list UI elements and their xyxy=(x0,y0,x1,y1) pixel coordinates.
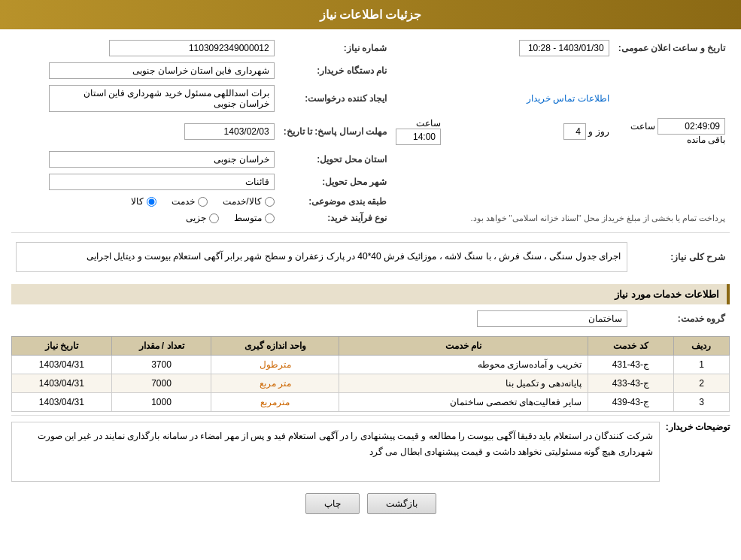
label-description: شرح کلی نیاز: xyxy=(632,236,730,278)
col-qty: تعداد / مقدار xyxy=(111,336,211,355)
label-category: طبقه بندی موضوعی: xyxy=(279,193,391,210)
label-buyer-notes: توضیحات خریدار: xyxy=(666,419,730,432)
info-table-top: تاریخ و ساعت اعلان عمومی: 1403/01/30 - 1… xyxy=(11,37,730,226)
cell-name-0: تخریب و آماده‌سازی محوطه xyxy=(339,355,588,374)
page-title: جزئیات اطلاعات نیاز xyxy=(0,0,741,29)
cell-date-1: 1403/04/31 xyxy=(12,374,112,392)
radio-jozi[interactable]: جزیی xyxy=(186,213,219,223)
description-table: شرح کلی نیاز: اجرای جدول سنگی ، سنگ فرش … xyxy=(11,236,730,278)
buyer-notes-box: شرکت کنندگان در استعلام باید دقیقا آگهی … xyxy=(11,422,660,482)
label-buyer: نام دستگاه خریدار: xyxy=(279,59,391,82)
label-creator: ایجاد کننده درخواست: xyxy=(279,82,391,115)
cell-unit-1: متر مربع xyxy=(211,374,339,392)
days-label: روز و xyxy=(588,126,609,137)
table-row: 1 ج-43-431 تخریب و آماده‌سازی محوطه مترط… xyxy=(12,355,730,374)
remaining-time-box: 02:49:09 xyxy=(657,118,725,135)
label-city: شهر محل تحویل: xyxy=(279,171,391,193)
cell-name-1: پایانه‌دهی و تکمیل بنا xyxy=(339,374,588,392)
radio-kala-input[interactable] xyxy=(147,197,156,207)
deadline-date-box: 1403/02/03 xyxy=(184,123,275,140)
radio-khedmat[interactable]: خدمت xyxy=(172,196,208,207)
cell-name-2: سایر فعالیت‌های تخصصی ساختمان xyxy=(339,392,588,411)
days-box: 4 xyxy=(563,123,586,140)
label-process-type: نوع فرآیند خرید: xyxy=(279,210,391,226)
announce-value: 1403/01/30 - 10:28 xyxy=(445,37,614,59)
cell-code-2: ج-43-439 xyxy=(588,392,673,411)
radio-motavasset-label: متوسط xyxy=(234,213,262,223)
service-group-table: گروه خدمت: ساختمان xyxy=(11,307,730,330)
creator-box: برات اسداللهی مسئول خرید شهرداری فاین اس… xyxy=(49,85,275,112)
col-date: تاریخ نیاز xyxy=(12,336,112,355)
radio-motavasset[interactable]: متوسط xyxy=(234,213,275,223)
category-radio-group: کالا/خدمت خدمت کالا xyxy=(16,196,275,207)
cell-row-1: 2 xyxy=(673,374,729,392)
col-code: کد خدمت xyxy=(588,336,673,355)
cell-qty-2: 1000 xyxy=(111,392,211,411)
label-announce: تاریخ و ساعت اعلان عمومی: xyxy=(614,37,730,59)
col-name: نام خدمت xyxy=(339,336,588,355)
button-row: بازگشت چاپ xyxy=(11,493,730,514)
col-row: ردیف xyxy=(673,336,729,355)
contact-info-link[interactable]: اطلاعات تماس خریدار xyxy=(527,93,609,104)
label-service-group: گروه خدمت: xyxy=(632,307,730,330)
process-note: پرداخت تمام یا بخشی از مبلغ خریداز محل "… xyxy=(445,210,730,226)
print-button[interactable]: چاپ xyxy=(305,493,360,514)
radio-kala-label: کالا xyxy=(131,196,144,207)
time-box: 14:00 xyxy=(396,129,441,145)
radio-khedmat-label: خدمت xyxy=(172,196,195,207)
content-area: تاریخ و ساعت اعلان عمومی: 1403/01/30 - 1… xyxy=(0,29,741,533)
cell-row-0: 1 xyxy=(673,355,729,374)
table-row: 2 ج-43-433 پایانه‌دهی و تکمیل بنا متر مر… xyxy=(12,374,730,392)
label-deadline: مهلت ارسال پاسخ: تا تاریخ: xyxy=(279,115,391,148)
time-label: ساعت xyxy=(416,118,441,129)
need-number-box: 1103092349000012 xyxy=(109,40,275,56)
description-box: اجرای جدول سنگی ، سنگ فرش ، با سنگ لاشه … xyxy=(16,242,627,272)
announce-date-box: 1403/01/30 - 10:28 xyxy=(519,40,609,56)
label-need-number: شماره نیاز: xyxy=(279,37,391,59)
radio-jozi-input[interactable] xyxy=(209,213,219,223)
buyer-name-box: شهرداری فاین استان خراسان جنوبی xyxy=(49,62,275,79)
label-province: استان محل تحویل: xyxy=(279,148,391,171)
radio-kala[interactable]: کالا xyxy=(131,196,156,207)
divider-2 xyxy=(11,415,730,416)
province-box: خراسان جنوبی xyxy=(49,151,275,168)
service-group-box: ساختمان xyxy=(477,310,627,327)
buyer-notes-row: توضیحات خریدار: شرکت کنندگان در استعلام … xyxy=(11,419,730,482)
radio-jozi-label: جزیی xyxy=(186,213,206,223)
radio-kala-khedmat-input[interactable] xyxy=(265,197,275,207)
cell-date-0: 1403/04/31 xyxy=(12,355,112,374)
process-radio-group: متوسط جزیی xyxy=(16,213,275,223)
cell-unit-0: مترطول xyxy=(211,355,339,374)
radio-khedmat-input[interactable] xyxy=(198,197,208,207)
radio-motavasset-input[interactable] xyxy=(265,213,275,223)
services-table: ردیف کد خدمت نام خدمت واحد اندازه گیری ت… xyxy=(11,336,730,412)
cell-code-1: ج-43-433 xyxy=(588,374,673,392)
cell-row-2: 3 xyxy=(673,392,729,411)
page-wrapper: جزئیات اطلاعات نیاز تاریخ و ساعت اعلان ع… xyxy=(0,0,741,560)
cell-date-2: 1403/04/31 xyxy=(12,392,112,411)
cell-qty-1: 7000 xyxy=(111,374,211,392)
cell-qty-0: 3700 xyxy=(111,355,211,374)
back-button[interactable]: بازگشت xyxy=(367,493,436,514)
need-number-value: 1103092349000012 xyxy=(11,37,279,59)
cell-unit-2: مترمربع xyxy=(211,392,339,411)
divider-1 xyxy=(11,232,730,233)
services-section-title: اطلاعات خدمات مورد نیاز xyxy=(11,284,730,304)
radio-kala-khedmat[interactable]: کالا/خدمت xyxy=(223,196,274,207)
col-unit: واحد اندازه گیری xyxy=(211,336,339,355)
city-box: قائنات xyxy=(49,174,275,190)
cell-code-0: ج-43-431 xyxy=(588,355,673,374)
radio-kala-khedmat-label: کالا/خدمت xyxy=(223,196,261,207)
table-row: 3 ج-43-439 سایر فعالیت‌های تخصصی ساختمان… xyxy=(12,392,730,411)
